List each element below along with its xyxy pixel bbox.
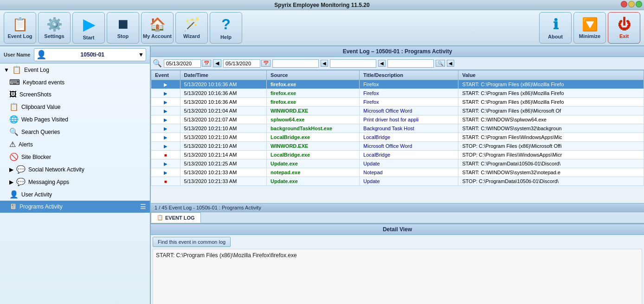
row-value: START: C:\WINDOWS\splwow64.exe <box>458 115 644 124</box>
row-title: Update <box>360 159 458 168</box>
row-event-icon: ▶ <box>151 133 180 142</box>
stop-icon: ⏹ <box>116 17 129 32</box>
minimize-label: Minimize <box>579 33 600 39</box>
row-datetime: 5/13/2020 10:16:36 AM <box>180 98 267 107</box>
value-filter-input[interactable] <box>387 59 434 68</box>
row-datetime: 5/13/2020 10:21:25 AM <box>180 159 267 168</box>
sidebar-item-programs-activity[interactable]: 🖥 Programs Activity ☰ <box>0 201 150 213</box>
my-account-label: My Account <box>143 33 172 39</box>
title-filter-clear-btn[interactable]: ◀ <box>378 60 386 67</box>
table-row[interactable]: ▶ 5/13/2020 10:21:33 AM notepad.exe Note… <box>151 168 644 177</box>
programs-activity-label: Programs Activity <box>19 203 63 210</box>
row-datetime: 5/13/2020 10:21:04 AM <box>180 107 267 115</box>
minimize-btn[interactable] <box>628 1 635 7</box>
row-value: STOP: C:\ProgramData\1050ti-01\Discord\ <box>458 177 644 186</box>
find-event-button[interactable]: Find this event in common log <box>153 237 231 247</box>
row-event-icon: ■ <box>151 151 180 159</box>
sidebar-item-event-log[interactable]: ▼ 📋 Event Log <box>0 63 150 76</box>
table-row[interactable]: ▶ 5/13/2020 10:21:10 AM LocalBridge.exe … <box>151 133 644 142</box>
event-log-button[interactable]: 📋 Event Log <box>4 12 36 44</box>
row-value: START: C:\Program Files (x86)\Microsoft … <box>458 107 644 115</box>
table-row[interactable]: ▶ 5/13/2020 10:16:36 AM firefox.exe Fire… <box>151 89 644 98</box>
sidebar-item-site-blocker[interactable]: 🚫 Site Blocker <box>0 151 150 163</box>
row-value: STOP: C:\Program Files (x86)\Microsoft O… <box>458 142 644 151</box>
value-filter-clear-btn[interactable]: ◀ <box>447 60 454 67</box>
event-log-icon: 📋 <box>12 17 28 32</box>
source-filter-input[interactable] <box>272 59 319 68</box>
sidebar-item-web-pages-visited[interactable]: 🌐 Web Pages Visited <box>0 113 150 126</box>
sidebar-item-screenshots[interactable]: 🖼 ScreenShots <box>0 89 150 101</box>
messaging-apps-icon: 💬 <box>16 177 26 186</box>
help-button[interactable]: ? Help <box>210 12 242 44</box>
exit-label: Exit <box>619 33 629 39</box>
screenshots-label: ScreenShots <box>19 91 52 98</box>
start-label: Start <box>83 35 94 40</box>
exit-button[interactable]: ⏻ Exit <box>608 12 640 44</box>
row-datetime: 5/13/2020 10:21:07 AM <box>180 115 267 124</box>
user-activity-label: User Activity <box>21 191 52 198</box>
row-datetime: 5/13/2020 10:21:33 AM <box>180 168 267 177</box>
event-table: Event Date/Time Source Title/Description… <box>151 70 644 186</box>
messaging-expand-icon: ▶ <box>9 179 13 185</box>
social-network-icon: 💬 <box>16 165 26 174</box>
table-row[interactable]: ■ 5/13/2020 10:21:14 AM LocalBridge.exe … <box>151 151 644 159</box>
search-icon: 🔍 <box>9 127 19 136</box>
date-to-input[interactable] <box>223 59 260 68</box>
user-name-value: 1050ti-01 <box>81 51 104 58</box>
content-area: Event Log – 1050ti-01 : Programs Activit… <box>151 46 644 304</box>
sidebar-item-clipboard-value[interactable]: 📋 Clipboard Value <box>0 101 150 113</box>
sidebar-item-search-queries[interactable]: 🔍 Search Queries <box>0 126 150 138</box>
row-event-icon: ■ <box>151 177 180 186</box>
settings-button[interactable]: ⚙️ Settings <box>38 12 71 44</box>
programs-activity-icon: 🖥 <box>9 203 17 211</box>
messaging-apps-label: Messaging Apps <box>28 179 69 185</box>
table-row[interactable]: ▶ 5/13/2020 10:21:07 AM splwow64.exe Pri… <box>151 115 644 124</box>
my-account-button[interactable]: 🏠 My Account <box>141 12 174 44</box>
start-button[interactable]: ▶ Start <box>72 12 105 44</box>
value-filter-icon-btn[interactable]: 🔍 <box>436 60 445 67</box>
user-name-label: User Name <box>4 52 30 57</box>
row-title: Microsoft Office Word <box>360 142 458 151</box>
table-row[interactable]: ▶ 5/13/2020 10:21:04 AM WINWORD.EXE Micr… <box>151 107 644 115</box>
row-title: Firefox <box>360 80 458 89</box>
event-log-tab[interactable]: 📋 EVENT LOG <box>151 212 201 223</box>
sidebar-item-messaging-apps[interactable]: ▶ 💬 Messaging Apps <box>0 176 150 188</box>
date-from-cal-btn[interactable]: 📅 <box>202 60 211 67</box>
event-log-label: Event Log <box>7 33 32 39</box>
maximize-btn[interactable] <box>636 1 642 7</box>
user-selector[interactable]: 👤 1050ti-01 ▼ <box>34 48 146 61</box>
expand-icon: ▼ <box>4 67 9 73</box>
row-value: START: C:\Program Files (x86)\Mozilla Fi… <box>458 98 644 107</box>
detail-panel: Detail View Find this event in common lo… <box>151 223 644 304</box>
row-value: START: C:\ProgramData\1050ti-01\Discord\ <box>458 159 644 168</box>
date-from-arrow-btn[interactable]: ◀ <box>213 59 221 67</box>
table-row[interactable]: ■ 5/13/2020 10:21:33 AM Update.exe Updat… <box>151 177 644 186</box>
date-to-cal-btn[interactable]: 📅 <box>261 60 270 67</box>
alerts-icon: ⚠ <box>9 140 16 149</box>
window-controls <box>621 1 642 7</box>
sidebar-item-keyboard-events[interactable]: ⌨ Keyboard events <box>0 76 150 89</box>
my-account-icon: 🏠 <box>149 17 166 32</box>
help-label: Help <box>220 34 232 40</box>
date-from-input[interactable] <box>164 59 201 68</box>
table-row[interactable]: ▶ 5/13/2020 10:21:10 AM backgroundTaskHo… <box>151 124 644 133</box>
sidebar-item-alerts[interactable]: ⚠ Alerts <box>0 138 150 151</box>
title-filter-input[interactable] <box>330 59 376 68</box>
minimize-button[interactable]: 🔽 Minimize <box>573 12 606 44</box>
close-btn[interactable] <box>621 1 627 7</box>
row-title: Print driver host for appli <box>360 115 458 124</box>
sidebar-item-social-network[interactable]: ▶ 💬 Social Network Activity <box>0 163 150 176</box>
table-row[interactable]: ▶ 5/13/2020 10:21:10 AM WINWORD.EXE Micr… <box>151 142 644 151</box>
wizard-button[interactable]: 🪄 Wizard <box>175 12 208 44</box>
table-row[interactable]: ▶ 5/13/2020 10:16:36 AM firefox.exe Fire… <box>151 80 644 89</box>
row-event-icon: ▶ <box>151 159 180 168</box>
event-log-tree-icon: 📋 <box>12 65 21 74</box>
table-row[interactable]: ▶ 5/13/2020 10:21:25 AM Update.exe Updat… <box>151 159 644 168</box>
table-row[interactable]: ▶ 5/13/2020 10:16:36 AM firefox.exe Fire… <box>151 98 644 107</box>
source-filter-clear-btn[interactable]: ◀ <box>321 60 328 67</box>
about-button[interactable]: ℹ About <box>539 12 572 44</box>
row-event-icon: ▶ <box>151 80 180 89</box>
about-icon: ℹ <box>553 16 558 32</box>
stop-button[interactable]: ⏹ Stop <box>107 12 139 44</box>
sidebar-item-user-activity[interactable]: 👤 User Activity <box>0 188 150 201</box>
